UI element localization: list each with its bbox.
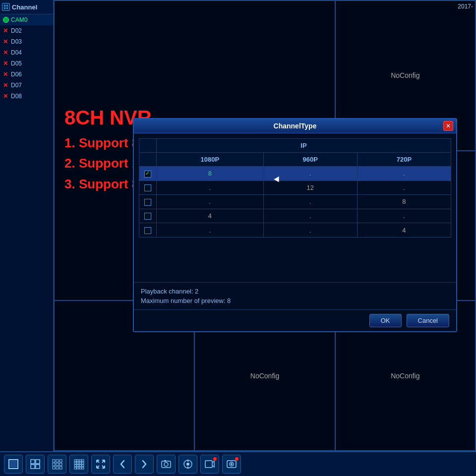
cell-960-0: . — [263, 167, 357, 181]
cell-1080-4: . — [157, 223, 264, 238]
cell-1080-1: . — [157, 180, 264, 195]
dialog-body: IP 1080P 960P 720P 8 . — [134, 133, 456, 282]
dialog-footer: OK Cancel — [134, 309, 456, 331]
table-row[interactable]: 8 . . — [139, 167, 451, 181]
cell-960-2: . — [263, 195, 357, 209]
cell-1080-2: . — [157, 195, 264, 209]
cell-1080-3: 4 — [157, 209, 264, 223]
table-row[interactable]: . 12 . — [139, 180, 451, 195]
nvr-screen: Channel CAM0 ✕ D02 ✕ D03 ✕ D04 ✕ D05 ✕ D… — [0, 0, 476, 476]
dialog-overlay: ChannelType ✕ IP 1080P 960 — [0, 0, 476, 476]
col-720p: 720P — [357, 153, 451, 167]
cell-720-3: . — [357, 209, 451, 223]
col-1080p: 1080P — [157, 153, 264, 167]
dialog-empty-space — [139, 238, 451, 277]
table-row[interactable]: 4 . . — [139, 209, 451, 223]
checkbox-3[interactable] — [144, 213, 151, 220]
cell-720-4: 4 — [357, 223, 451, 238]
table-row[interactable]: . . 8 — [139, 195, 451, 209]
playback-info: Playback channel: 2 — [141, 288, 449, 295]
preview-info: Maximum number of preview: 8 — [141, 297, 449, 304]
cell-720-2: 8 — [357, 195, 451, 209]
channel-type-table: IP 1080P 960P 720P 8 . — [139, 138, 451, 238]
cell-720-0: . — [357, 167, 451, 181]
cell-1080-0: 8 — [157, 167, 264, 181]
col-960p: 960P — [263, 153, 357, 167]
dialog-close-button[interactable]: ✕ — [443, 121, 453, 131]
cell-720-1: . — [357, 180, 451, 195]
checkbox-2[interactable] — [144, 199, 151, 206]
dialog-titlebar: ChannelType ✕ — [134, 119, 456, 133]
ip-group-header: IP — [157, 139, 451, 153]
cell-960-3: . — [263, 209, 357, 223]
channel-type-dialog: ChannelType ✕ IP 1080P 960 — [133, 118, 457, 332]
checkbox-4[interactable] — [144, 227, 151, 234]
dialog-info: Playback channel: 2 Maximum number of pr… — [134, 282, 456, 309]
cell-960-1: 12 — [263, 180, 357, 195]
close-icon: ✕ — [446, 122, 451, 129]
checkbox-1[interactable] — [144, 184, 151, 191]
checkbox-0[interactable] — [144, 171, 151, 178]
table-row[interactable]: . . 4 — [139, 223, 451, 238]
cancel-button[interactable]: Cancel — [407, 314, 449, 327]
cell-960-4: . — [263, 223, 357, 238]
dialog-title: ChannelType — [274, 122, 317, 130]
ok-button[interactable]: OK — [369, 314, 402, 327]
